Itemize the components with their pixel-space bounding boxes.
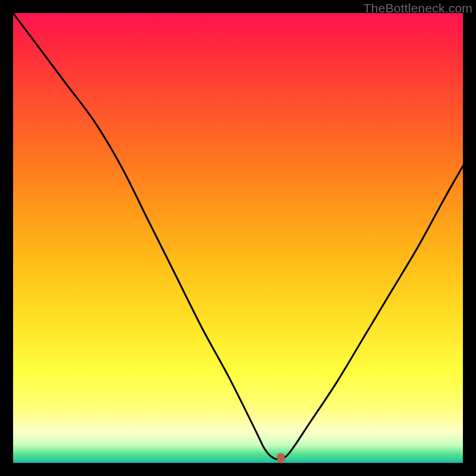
optimal-point-marker (277, 453, 284, 464)
plot-area (13, 13, 463, 463)
bottleneck-curve (13, 13, 463, 463)
chart-frame: TheBottleneck.com (0, 0, 476, 476)
